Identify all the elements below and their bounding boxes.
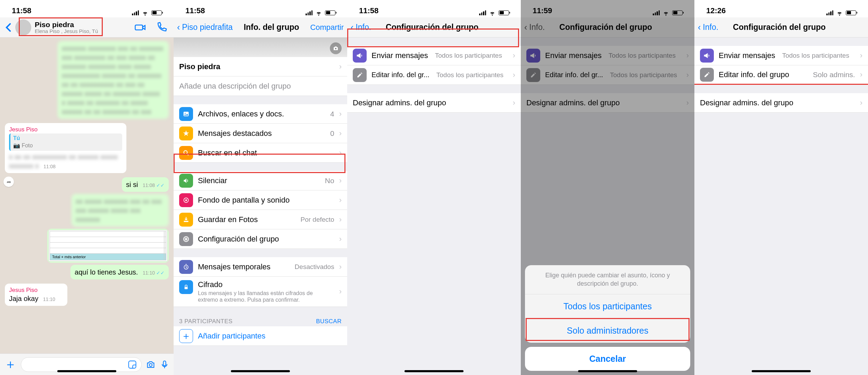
row-editar-info-updated[interactable]: Editar info. del grupo Solo admins.›	[694, 65, 868, 85]
group-photo[interactable]	[174, 38, 347, 57]
group-description-row[interactable]: Añade una descripción del grupo	[174, 76, 347, 96]
svg-point-5	[185, 113, 186, 114]
sheet-cancel[interactable]: Cancelar	[525, 347, 690, 371]
status-bar: 11:58	[347, 0, 521, 17]
group-name-row[interactable]: Piso piedra ›	[174, 57, 347, 76]
row-cifrado[interactable]: Cifrado Los mensajes y las llamadas está…	[174, 277, 347, 307]
gear-icon	[179, 232, 193, 246]
search-icon	[179, 146, 193, 160]
page-title: Configuración del grupo	[707, 23, 852, 32]
video-call-icon[interactable]	[135, 22, 147, 33]
row-configuracion[interactable]: Configuración del grupo›	[174, 229, 347, 249]
search-participants[interactable]: BUSCAR	[316, 318, 342, 325]
svg-rect-9	[184, 221, 188, 222]
status-icons	[132, 10, 162, 15]
back-label[interactable]: Piso piedrafita	[182, 23, 233, 32]
svg-rect-0	[129, 361, 136, 368]
row-guardar[interactable]: Guardar en Fotos Por defecto›	[174, 210, 347, 229]
page-title: Info. del grupo	[235, 23, 308, 32]
row-silenciar[interactable]: Silenciar No›	[174, 171, 347, 190]
home-indicator	[57, 370, 116, 372]
back-icon[interactable]: ‹	[351, 22, 353, 32]
nav-bar: ‹ Info. Configuración del grupo	[694, 17, 868, 38]
row-fondo[interactable]: Fondo de pantalla y sonido›	[174, 190, 347, 210]
cifrado-label: Cifrado	[198, 280, 334, 289]
voice-call-icon[interactable]	[156, 22, 167, 33]
svg-point-1	[149, 364, 152, 366]
time: 11:58	[12, 6, 31, 15]
lock-icon	[179, 280, 193, 294]
svg-point-3	[335, 48, 337, 50]
star-icon: ★	[179, 127, 193, 140]
nav-bar: ‹ Info. Configuración del grupo	[347, 17, 521, 38]
sender-name: Jesus Piso	[9, 126, 122, 133]
row-buscar[interactable]: Buscar en el chat›	[174, 143, 347, 163]
mic-icon[interactable]	[160, 360, 169, 369]
action-sheet: Elige quién puede cambiar el asunto, íco…	[521, 261, 694, 375]
sheet-option-todos[interactable]: Todos los participantes	[525, 294, 690, 319]
save-icon	[179, 213, 193, 227]
screen-group-info: 11:58 ‹ Piso piedrafita Info. del grupo …	[174, 0, 347, 375]
row-editar-info[interactable]: Editar info. del gr... Todos los partici…	[347, 65, 521, 85]
home-indicator	[578, 370, 637, 372]
row-designar-admins[interactable]: Designar admins. del grupo›	[694, 93, 868, 113]
chat-header: Piso piedra Elena Piso , Jesus Piso, Tú	[0, 17, 174, 38]
back-icon[interactable]: ‹	[177, 22, 180, 32]
back-icon[interactable]	[3, 23, 13, 32]
share-button[interactable]: Compartir	[310, 23, 344, 32]
pencil-icon	[700, 68, 714, 82]
group-avatar	[15, 19, 31, 35]
screen-config-updated: 12:26 ‹ Info. Configuración del grupo En…	[694, 0, 868, 375]
config-content: Enviar mensajes Todos los participantes›…	[347, 38, 521, 375]
chat-messages[interactable]: xxxxxxx xxxxxxxx xxx xx xxxxxxx xxx xxxx…	[0, 38, 174, 375]
msg-sisi: si si	[126, 181, 138, 188]
sticker-icon[interactable]	[127, 360, 137, 369]
camera-overlay-icon[interactable]	[330, 42, 342, 54]
sheet-option-admins[interactable]: Solo administradores	[525, 319, 690, 343]
participants-header: 3 PARTICIPANTES BUSCAR	[174, 315, 347, 326]
info-content[interactable]: Piso piedra › Añade una descripción del …	[174, 38, 347, 375]
photos-icon	[179, 107, 193, 121]
group-name: Piso piedra	[179, 62, 334, 71]
row-enviar-mensajes[interactable]: Enviar mensajes Todos los participantes›	[694, 46, 868, 65]
home-indicator	[404, 370, 464, 372]
wallpaper-icon	[179, 193, 193, 207]
config-content: Enviar mensajes Todos los participantes›…	[694, 38, 868, 375]
row-destacados[interactable]: ★ Mensajes destacados 0›	[174, 124, 347, 143]
mute-icon	[179, 174, 193, 188]
row-archivos[interactable]: Archivos, enlaces y docs. 4›	[174, 104, 347, 124]
battery-icon	[151, 10, 162, 15]
row-designar-admins[interactable]: Designar admins. del grupo›	[347, 93, 521, 113]
chat-title-tap[interactable]: Piso piedra Elena Piso , Jesus Piso, Tú	[15, 19, 133, 35]
megaphone-icon	[700, 49, 714, 63]
back-icon[interactable]: ‹	[698, 22, 701, 32]
row-enviar-mensajes[interactable]: Enviar mensajes Todos los participantes›	[347, 46, 521, 65]
page-title: Configuración del grupo	[359, 23, 505, 32]
home-indicator	[231, 370, 290, 372]
svg-rect-13	[185, 287, 188, 289]
time: 11:58	[359, 6, 378, 15]
screen-chat: 11:58 Piso piedra Elena Piso , Jesus Pis…	[0, 0, 174, 375]
status-bar: 11:58	[174, 0, 347, 17]
time: 12:26	[706, 6, 726, 15]
message-input[interactable]	[21, 357, 142, 372]
status-bar: 11:58	[0, 0, 174, 17]
megaphone-icon	[353, 49, 367, 63]
add-description: Añade una descripción del grupo	[179, 82, 342, 91]
msg-jaja: Jaja okay	[9, 295, 39, 302]
msg-aqui: aquí lo tienes Jesus.	[75, 268, 138, 276]
chat-subtitle: Elena Piso , Jesus Piso, Tú	[35, 28, 98, 34]
attach-button[interactable]: ＋	[4, 356, 17, 373]
row-add-participants[interactable]: ＋ Añadir participantes	[174, 326, 347, 346]
row-temporales[interactable]: Mensajes temporales Desactivados›	[174, 257, 347, 277]
time: 11:58	[185, 6, 205, 15]
add-icon: ＋	[179, 329, 193, 343]
screen-action-sheet: 11:59 ‹ Info. Configuración del grupo En…	[521, 0, 694, 375]
forward-icon[interactable]: ➦	[3, 177, 14, 187]
timer-icon	[179, 260, 193, 274]
sheet-total-label: Total + més anterior	[50, 253, 164, 260]
sender-name-2: Jesus Piso	[9, 286, 63, 294]
chat-title: Piso piedra	[35, 21, 98, 28]
camera-icon[interactable]	[146, 360, 156, 369]
pencil-icon	[353, 68, 367, 82]
